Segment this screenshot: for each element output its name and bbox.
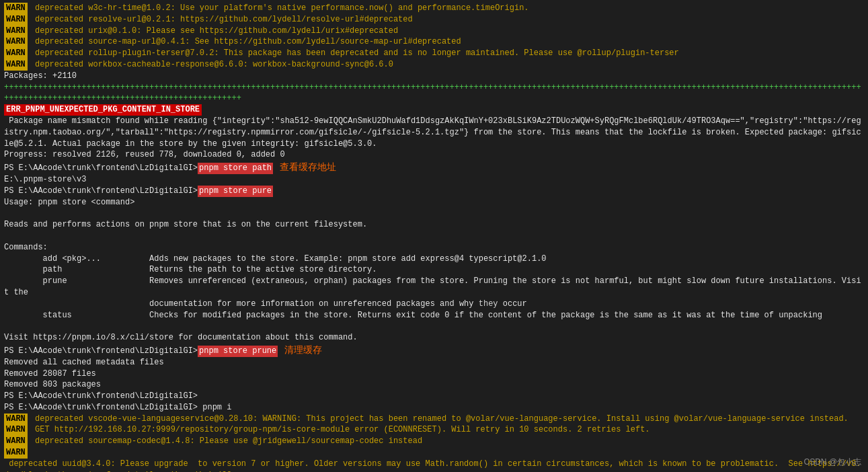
removed-metadata-text: Removed all cached metadata files bbox=[4, 357, 164, 368]
removed-files-line: Removed 28087 files bbox=[4, 368, 864, 380]
usage-text: Usage: pnpm store <command> bbox=[4, 197, 134, 208]
warn-badge-vscode: WARN bbox=[4, 414, 28, 425]
err-line: ERR_PNPM_UNEXPECTED_PKG_CONTENT_IN_STORE… bbox=[4, 104, 864, 149]
removed-packages-line: Removed 803 packages bbox=[4, 379, 864, 391]
cmd-status-line: status Checks for modified packages in t… bbox=[4, 310, 864, 321]
warn-badge-2: WARN bbox=[4, 14, 28, 26]
visit-line: Visit https://pnpm.io/8.x/cli/store for … bbox=[4, 332, 864, 344]
warn-vscode-vue-line: WARN deprecated vscode-vue-languageservi… bbox=[4, 414, 864, 425]
commands-header: Commands: bbox=[4, 242, 48, 253]
progress-text: Progress: resolved 2126, reused 778, dow… bbox=[4, 149, 285, 161]
warn-badge-6: WARN bbox=[4, 59, 28, 71]
cmd-prune-desc-line2: documentation for more information on un… bbox=[4, 299, 864, 310]
cmd-add-line: add <pkg>... Adds new packages to the st… bbox=[4, 253, 864, 265]
progress-line: Progress: resolved 2126, reused 778, dow… bbox=[4, 149, 864, 161]
line-6: WARN deprecated workbox-cacheable-respon… bbox=[4, 59, 864, 71]
warn-sourcemap-text: deprecated sourcemap-codec@1.4.8: Please… bbox=[30, 436, 422, 447]
cmd-store-path-line: PS E:\AAcode\trunk\frontend\LzDigitalGI>… bbox=[4, 161, 864, 174]
warn-text-3: deprecated urix@0.1.0: Please see https:… bbox=[30, 26, 398, 37]
warn-badge-uuid: WARN bbox=[4, 447, 28, 459]
removed-metadata-line: Removed all cached metadata files bbox=[4, 357, 864, 368]
warn-badge-5: WARN bbox=[4, 48, 28, 59]
err-badge: ERR_PNPM_UNEXPECTED_PKG_CONTENT_IN_STORE bbox=[4, 104, 202, 116]
packages-text: Packages: +2110 bbox=[4, 71, 77, 82]
cmd-path-line: path Returns the path to the active stor… bbox=[4, 264, 864, 276]
prompt-2: PS E:\AAcode\trunk\frontend\LzDigitalGI> bbox=[4, 186, 198, 197]
cmd-store-prune-line: PS E:\AAcode\trunk\frontend\LzDigitalGI>… bbox=[4, 344, 864, 357]
line-1: WARN deprecated w3c-hr-time@1.0.2: Use y… bbox=[4, 3, 864, 14]
visit-text: Visit https://pnpm.io/8.x/cli/store for … bbox=[4, 332, 358, 344]
warn-get-line: WARN GET http://192.168.10.27:9999/repos… bbox=[4, 424, 864, 436]
reads-performs-text: Reads and performs actions on pnpm store… bbox=[4, 219, 367, 231]
warn-get-text: GET http://192.168.10.27:9999/repository… bbox=[30, 424, 650, 436]
warn-badge-4: WARN bbox=[4, 36, 28, 48]
annotation-2: 清理缓存 bbox=[284, 344, 322, 357]
cmd-store-pure-line: PS E:\AAcode\trunk\frontend\LzDigitalGI>… bbox=[4, 186, 864, 197]
warn-badge-sourcemap: WARN bbox=[4, 436, 28, 447]
warn-badge-3: WARN bbox=[4, 26, 28, 37]
warn-text-6: deprecated workbox-cacheable-response@6.… bbox=[30, 59, 393, 71]
warn-text-5: deprecated rollup-plugin-terser@7.0.2: T… bbox=[30, 48, 679, 59]
removed-packages-text: Removed 803 packages bbox=[4, 379, 101, 391]
ps-blank-text: PS E:\AAcode\trunk\frontend\LzDigitalGI> bbox=[4, 391, 198, 402]
blank-3 bbox=[4, 321, 864, 332]
cmd-store-path[interactable]: pnpm store path bbox=[198, 163, 273, 174]
commands-header-line: Commands: bbox=[4, 242, 864, 253]
warn-sourcemap-line: WARN deprecated sourcemap-codec@1.4.8: P… bbox=[4, 436, 864, 447]
line-3: WARN deprecated urix@0.1.0: Please see h… bbox=[4, 26, 864, 37]
ps-blank-line: PS E:\AAcode\trunk\frontend\LzDigitalGI> bbox=[4, 391, 864, 402]
cmd-pnpm-i-line: PS E:\AAcode\trunk\frontend\LzDigitalGI>… bbox=[4, 402, 864, 414]
warn-badge-1: WARN bbox=[4, 3, 28, 14]
cmd-store-prune[interactable]: pnpm store prune bbox=[198, 346, 278, 357]
store-path-result: E:\.pnpm-store\v3 bbox=[4, 174, 864, 186]
separator-line: ++++++++++++++++++++++++++++++++++++++++… bbox=[4, 82, 864, 105]
cmd-pnpm-i-text: PS E:\AAcode\trunk\frontend\LzDigitalGI>… bbox=[4, 402, 231, 414]
cmd-path: path Returns the path to the active stor… bbox=[4, 264, 377, 276]
prompt-3: PS E:\AAcode\trunk\frontend\LzDigitalGI> bbox=[4, 346, 198, 357]
store-path-value: E:\.pnpm-store\v3 bbox=[4, 174, 86, 186]
watermark: CSDN @包小志 bbox=[803, 457, 861, 468]
warn-text-4: deprecated source-map-url@0.4.1: See htt… bbox=[30, 36, 461, 48]
packages-line: Packages: +2110 bbox=[4, 71, 864, 82]
cmd-prune-desc: prune Removes unreferenced (extraneous, … bbox=[4, 276, 864, 299]
cmd-prune-desc2: documentation for more information on un… bbox=[4, 299, 527, 310]
prompt-1: PS E:\AAcode\trunk\frontend\LzDigitalGI> bbox=[4, 163, 198, 174]
cmd-store-pure[interactable]: pnpm store pure bbox=[198, 186, 273, 197]
removed-files-text: Removed 28087 files bbox=[4, 368, 96, 380]
warn-badge-get: WARN bbox=[4, 424, 28, 436]
usage-line: Usage: pnpm store <command> bbox=[4, 197, 864, 208]
line-4: WARN deprecated source-map-url@0.4.1: Se… bbox=[4, 36, 864, 48]
annotation-1: 查看缓存地址 bbox=[280, 161, 336, 174]
blank-1 bbox=[4, 208, 864, 219]
warn-uuid-line: WARN deprecated uuid@3.4.0: Please upgra… bbox=[4, 447, 864, 472]
cmd-status: status Checks for modified packages in t… bbox=[4, 310, 822, 321]
reads-performs-line: Reads and performs actions on pnpm store… bbox=[4, 219, 864, 231]
line-2: WARN deprecated resolve-url@0.2.1: https… bbox=[4, 14, 864, 26]
warn-text-1: deprecated w3c-hr-time@1.0.2: Use your p… bbox=[30, 3, 529, 14]
line-5: WARN deprecated rollup-plugin-terser@7.0… bbox=[4, 48, 864, 59]
blank-2 bbox=[4, 231, 864, 242]
warn-uuid-text: deprecated uuid@3.4.0: Please upgrade to… bbox=[4, 459, 864, 472]
cmd-prune-desc-line: prune Removes unreferenced (extraneous, … bbox=[4, 276, 864, 299]
terminal: WARN deprecated w3c-hr-time@1.0.2: Use y… bbox=[0, 0, 868, 472]
warn-vscode-text: deprecated vscode-vue-languageservice@0.… bbox=[30, 414, 849, 425]
warn-text-2: deprecated resolve-url@0.2.1: https://gi… bbox=[30, 14, 413, 26]
cmd-add: add <pkg>... Adds new packages to the st… bbox=[4, 253, 547, 265]
err-text: Package name mismatch found while readin… bbox=[4, 116, 864, 149]
